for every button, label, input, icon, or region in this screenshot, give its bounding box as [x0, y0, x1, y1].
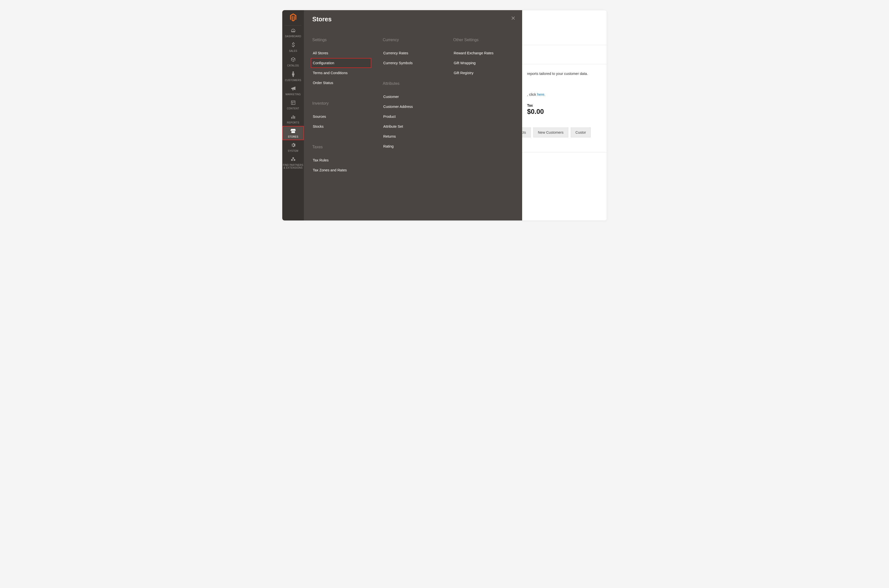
- gear-icon: [283, 142, 303, 148]
- link-order-status[interactable]: Order Status: [311, 78, 371, 88]
- link-attr-rating[interactable]: Rating: [381, 141, 442, 151]
- flyout-col-3: Other Settings Reward Exchange Rates Gif…: [452, 38, 522, 189]
- app-window: DASHBOARD SALES CATALOG CUSTOMERS MARKET…: [282, 10, 607, 221]
- nav-label: STORES: [283, 135, 303, 138]
- admin-sidebar: DASHBOARD SALES CATALOG CUSTOMERS MARKET…: [282, 10, 304, 220]
- stores-flyout: Stores Settings All Stores Configuration…: [304, 10, 522, 220]
- link-attr-product[interactable]: Product: [381, 112, 442, 122]
- nav-sales[interactable]: SALES: [282, 40, 304, 54]
- box-icon: [283, 57, 303, 63]
- blocks-icon: [283, 157, 303, 163]
- nav-system[interactable]: SYSTEM: [282, 140, 304, 154]
- nav-customers[interactable]: CUSTOMERS: [282, 69, 304, 84]
- stat-block: Tax $0.00: [522, 99, 607, 120]
- group-taxes: Taxes Tax Rules Tax Zones and Rates: [311, 145, 381, 175]
- bar-chart-icon: [283, 114, 303, 120]
- group-settings: Settings All Stores Configuration Terms …: [311, 38, 381, 88]
- nav-label: DASHBOARD: [283, 35, 303, 38]
- flyout-title: Stores: [304, 16, 522, 23]
- stat-label: Tax: [527, 104, 607, 107]
- bg-text-1: reports tailored to your customer data.: [527, 72, 588, 76]
- group-title: Settings: [312, 38, 380, 42]
- group-attributes: Attributes Customer Customer Address Pro…: [381, 81, 452, 151]
- link-attr-customer-address[interactable]: Customer Address: [381, 102, 442, 112]
- link-all-stores[interactable]: All Stores: [311, 48, 371, 58]
- link-terms[interactable]: Terms and Conditions: [311, 68, 371, 78]
- group-title: Attributes: [383, 81, 450, 86]
- period: .: [544, 93, 545, 96]
- link-gift-wrapping[interactable]: Gift Wrapping: [452, 58, 512, 68]
- nav-label: CATALOG: [283, 64, 303, 67]
- flyout-col-1: Settings All Stores Configuration Terms …: [311, 38, 381, 189]
- nav-label: CUSTOMERS: [283, 79, 303, 82]
- link-tax-zones[interactable]: Tax Zones and Rates: [311, 165, 371, 175]
- background-page: reports tailored to your customer data. …: [522, 10, 607, 220]
- tab-customers[interactable]: Custor: [571, 128, 591, 137]
- group-other: Other Settings Reward Exchange Rates Gif…: [452, 38, 522, 78]
- nav-reports[interactable]: REPORTS: [282, 112, 304, 126]
- svg-rect-4: [293, 116, 293, 118]
- bg-text-2: , click: [527, 93, 537, 96]
- nav-catalog[interactable]: CATALOG: [282, 54, 304, 69]
- link-gift-registry[interactable]: Gift Registry: [452, 68, 512, 78]
- logo[interactable]: [285, 10, 301, 26]
- stat-value: $0.00: [527, 108, 607, 116]
- close-icon: [511, 16, 516, 22]
- group-inventory: Inventory Sources Stocks: [311, 101, 381, 132]
- group-title: Currency: [383, 38, 450, 42]
- link-attr-returns[interactable]: Returns: [381, 132, 442, 141]
- group-title: Inventory: [312, 101, 380, 106]
- link-reward-exchange[interactable]: Reward Exchange Rates: [452, 48, 512, 58]
- flyout-columns: Settings All Stores Configuration Terms …: [304, 38, 522, 189]
- bg-text-section: reports tailored to your customer data. …: [522, 64, 607, 99]
- close-button[interactable]: [509, 15, 517, 22]
- dashboard-icon: [283, 28, 303, 34]
- nav-dashboard[interactable]: DASHBOARD: [282, 26, 304, 40]
- svg-rect-0: [291, 101, 295, 105]
- tabs-row: ucts New Customers Custor: [522, 120, 607, 137]
- link-attr-set[interactable]: Attribute Set: [381, 122, 442, 132]
- bg-note: , click here.: [527, 93, 607, 96]
- link-currency-symbols[interactable]: Currency Symbols: [381, 58, 442, 68]
- nav-label: SYSTEM: [283, 150, 303, 152]
- link-stocks[interactable]: Stocks: [311, 122, 371, 132]
- group-currency: Currency Currency Rates Currency Symbols: [381, 38, 452, 68]
- nav-label: MARKETING: [283, 93, 303, 96]
- nav-label: SALES: [283, 50, 303, 52]
- magento-logo-icon: [290, 14, 297, 22]
- megaphone-icon: [283, 86, 303, 92]
- nav-label: REPORTS: [283, 121, 303, 124]
- here-link[interactable]: here: [537, 93, 544, 96]
- link-currency-rates[interactable]: Currency Rates: [381, 48, 442, 58]
- person-icon: [283, 71, 303, 78]
- dollar-icon: [283, 42, 303, 49]
- nav-label: CONTENT: [283, 107, 303, 110]
- spacer: [522, 45, 607, 64]
- group-title: Other Settings: [453, 38, 521, 42]
- link-sources[interactable]: Sources: [311, 112, 371, 122]
- nav-label: FIND PARTNERS & EXTENSIONS: [283, 164, 303, 169]
- store-icon: [283, 129, 303, 134]
- svg-rect-3: [291, 117, 292, 119]
- flyout-col-2: Currency Currency Rates Currency Symbols…: [381, 38, 452, 189]
- link-attr-customer[interactable]: Customer: [381, 92, 442, 102]
- tab-new-customers[interactable]: New Customers: [533, 128, 568, 137]
- link-tax-rules[interactable]: Tax Rules: [311, 155, 371, 165]
- svg-rect-5: [294, 116, 295, 119]
- nav-partners[interactable]: FIND PARTNERS & EXTENSIONS: [282, 154, 304, 171]
- divider: [522, 152, 607, 153]
- nav-content[interactable]: CONTENT: [282, 98, 304, 112]
- layout-icon: [283, 100, 303, 106]
- nav-stores[interactable]: STORES: [282, 126, 304, 140]
- nav-marketing[interactable]: MARKETING: [282, 84, 304, 98]
- link-configuration[interactable]: Configuration: [311, 58, 371, 68]
- group-title: Taxes: [312, 145, 380, 149]
